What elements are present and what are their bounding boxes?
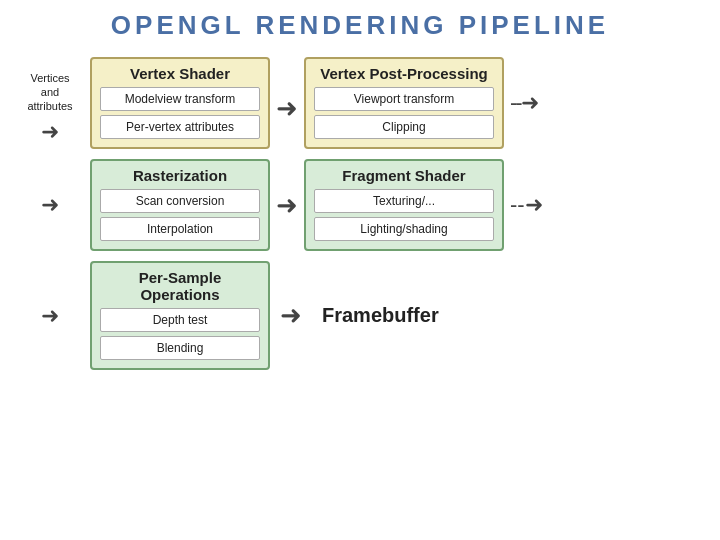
page: OPENGL RENDERING PIPELINE Verticesandatt…	[0, 0, 720, 540]
arrow-vs-to-vpp-icon: ➜	[276, 83, 298, 124]
framebuffer-label: Framebuffer	[322, 304, 439, 327]
arrow-per-sample-to-fb-icon: ➜	[280, 300, 302, 331]
row3-left-arrow-icon: ➜	[41, 303, 59, 328]
row2-left-arrow-icon: ➜	[41, 192, 59, 217]
vertex-post-processing-item-1: Clipping	[314, 115, 494, 139]
per-sample-item-0: Depth test	[100, 308, 260, 332]
per-sample-item-1: Blending	[100, 336, 260, 360]
rasterization-block: Rasterization Scan conversion Interpolat…	[90, 159, 270, 251]
rasterization-item-0: Scan conversion	[100, 189, 260, 213]
vertex-post-processing-title: Vertex Post-Processing	[314, 65, 494, 82]
row-3: ➜ Per-Sample Operations Depth test Blend…	[10, 261, 710, 370]
arrow-raster-to-frag-icon: ➜	[276, 190, 298, 221]
fragment-shader-title: Fragment Shader	[314, 167, 494, 184]
vertices-section: Verticesandattributes ➜	[10, 61, 90, 146]
page-title: OPENGL RENDERING PIPELINE	[10, 10, 710, 41]
fragment-shader-block: Fragment Shader Texturing/... Lighting/s…	[304, 159, 504, 251]
fragment-shader-item-0: Texturing/...	[314, 189, 494, 213]
dashed-arrow-frag-icon: --➜	[510, 192, 543, 218]
vertex-shader-item-0: Modelview transform	[100, 87, 260, 111]
dashed-arrow-vpp-icon: --➜	[510, 90, 537, 116]
vertex-post-processing-item-0: Viewport transform	[314, 87, 494, 111]
row3-left-arrow-section: ➜	[10, 303, 90, 329]
rasterization-item-1: Interpolation	[100, 217, 260, 241]
vertex-shader-block: Vertex Shader Modelview transform Per-ve…	[90, 57, 270, 149]
pipeline-container: Verticesandattributes ➜ Vertex Shader Mo…	[10, 57, 710, 370]
per-sample-operations-block: Per-Sample Operations Depth test Blendin…	[90, 261, 270, 370]
row-2: ➜ Rasterization Scan conversion Interpol…	[10, 159, 710, 251]
vertex-shader-item-1: Per-vertex attributes	[100, 115, 260, 139]
vertices-arrow-icon: ➜	[41, 119, 59, 145]
rasterization-title: Rasterization	[100, 167, 260, 184]
row-1: Verticesandattributes ➜ Vertex Shader Mo…	[10, 57, 710, 149]
vertices-label: Verticesandattributes	[27, 71, 72, 114]
fragment-shader-item-1: Lighting/shading	[314, 217, 494, 241]
vertex-post-processing-block: Vertex Post-Processing Viewport transfor…	[304, 57, 504, 149]
vertex-shader-title: Vertex Shader	[100, 65, 260, 82]
per-sample-title: Per-Sample Operations	[100, 269, 260, 303]
row2-left-arrow-section: ➜	[10, 192, 90, 218]
